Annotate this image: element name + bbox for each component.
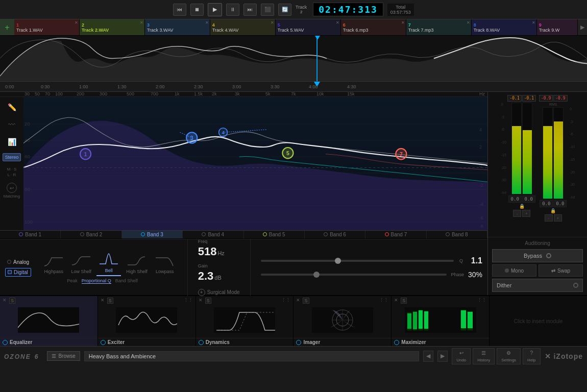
- band-2-power[interactable]: [80, 232, 84, 236]
- left-meter-minus[interactable]: -: [513, 210, 521, 217]
- imager-module-close[interactable]: ✕: [296, 298, 300, 303]
- track-tab-5[interactable]: ✕ 5 Track 5.WAV: [276, 19, 341, 35]
- timeline-ruler[interactable]: 0:00 0:30 1:00 1:30 2:00 2:30 3:00 3:30 …: [0, 82, 587, 92]
- imager-module-dots[interactable]: ⋮⋮: [379, 298, 388, 303]
- eq-module-power[interactable]: [3, 340, 8, 345]
- loop-button[interactable]: 🔄: [278, 4, 291, 16]
- band-tab-6[interactable]: Band 6: [305, 231, 365, 238]
- browse-button[interactable]: ☰ Browse: [47, 351, 80, 361]
- waveform-area[interactable]: [0, 36, 587, 82]
- dynamics-module-s-btn[interactable]: S: [205, 298, 211, 304]
- track-tab-9[interactable]: 9 Track 9.W: [537, 19, 578, 35]
- eq-curve-icon[interactable]: 〰: [4, 118, 20, 131]
- track-tab-3[interactable]: ✕ 3 Track 3.WAV: [145, 19, 210, 35]
- exciter-module-dots[interactable]: ⋮⋮: [184, 298, 193, 303]
- add-track-button[interactable]: +: [0, 19, 14, 35]
- spectrum-icon[interactable]: 📊: [4, 136, 20, 148]
- eq-graph[interactable]: 20 40 60 80 100 4 2 0 -2 -4 -6 -8: [23, 97, 487, 230]
- exciter-module[interactable]: ✕ S ⋮⋮ Exciter: [98, 296, 196, 346]
- tracks-scroll-right[interactable]: ▶: [578, 19, 587, 35]
- pencil-icon[interactable]: ✏️: [4, 101, 20, 113]
- close-tab-7[interactable]: ✕: [467, 20, 470, 25]
- dynamics-module-power[interactable]: [199, 340, 204, 345]
- mono-button[interactable]: Mono: [492, 264, 536, 277]
- band-tab-2[interactable]: Band 2: [61, 231, 121, 238]
- maximizer-module[interactable]: ✕ S ⋮⋮ Maximize: [392, 296, 490, 346]
- exciter-module-power[interactable]: [101, 340, 106, 345]
- track-tab-4[interactable]: ✕ 4 Track 4.WAV: [210, 19, 276, 35]
- imager-module-s-btn[interactable]: S: [303, 298, 309, 304]
- dynamics-module-dots[interactable]: ⋮⋮: [281, 298, 290, 303]
- left-meter-lock[interactable]: 🔒: [519, 204, 525, 209]
- track-tab-7[interactable]: ✕ 7 Track 7.mp3: [406, 19, 472, 35]
- phase-slider[interactable]: [261, 274, 447, 276]
- record-button[interactable]: ⬛: [261, 4, 274, 16]
- close-tab-8[interactable]: ✕: [532, 20, 535, 25]
- insert-module-placeholder[interactable]: Click to insert module: [490, 296, 587, 346]
- track-tab-2[interactable]: ✕ 2 Track 2.WAV: [80, 19, 145, 35]
- pause-button[interactable]: ⏸: [226, 4, 239, 16]
- play-button[interactable]: ▶: [208, 3, 222, 16]
- digital-button[interactable]: Digital: [5, 268, 31, 277]
- dither-button[interactable]: Dither: [492, 279, 583, 292]
- dynamics-module[interactable]: ✕ S ⋮⋮ Dynamics: [196, 296, 294, 346]
- band-7-power[interactable]: [385, 232, 389, 236]
- q-slider-thumb[interactable]: [335, 258, 341, 264]
- help-button[interactable]: ? Help: [523, 348, 540, 364]
- band-tab-1[interactable]: Band 1: [0, 231, 61, 238]
- q-slider[interactable]: [261, 260, 454, 262]
- equalizer-module[interactable]: ✕ S Equalizer: [0, 296, 98, 346]
- close-tab-4[interactable]: ✕: [271, 20, 274, 25]
- phase-slider-thumb[interactable]: [313, 272, 320, 278]
- track-tab-6[interactable]: ✕ 6 Track 6.mp3: [341, 19, 406, 35]
- imager-module[interactable]: ✕ S ⋮⋮ Imager: [294, 296, 392, 346]
- exciter-module-s-btn[interactable]: S: [107, 298, 113, 304]
- highpass-filter[interactable]: Highpass: [41, 252, 66, 276]
- band-5-power[interactable]: [263, 232, 267, 236]
- stop-button[interactable]: ⏹: [190, 4, 204, 16]
- track-tab-8[interactable]: ✕ 8 Track 8.WAV: [472, 19, 537, 35]
- band-3-power[interactable]: [141, 232, 145, 236]
- matching-button[interactable]: ↩ Matching: [4, 183, 20, 199]
- maximizer-module-power[interactable]: [394, 340, 399, 345]
- settings-button[interactable]: ⚙ Settings: [497, 348, 521, 364]
- band-6-power[interactable]: [324, 232, 328, 236]
- skip-forward-button[interactable]: ⏭: [243, 4, 257, 16]
- bypass-button[interactable]: Bypass: [492, 249, 583, 262]
- close-tab-1[interactable]: ✕: [75, 20, 78, 25]
- maximizer-module-dots[interactable]: ⋮⋮: [477, 298, 486, 303]
- left-meter-plus[interactable]: +: [522, 210, 530, 217]
- stereo-badge[interactable]: Stereo: [3, 153, 21, 161]
- preset-prev-button[interactable]: ◀: [423, 351, 433, 362]
- imager-module-power[interactable]: [296, 340, 301, 345]
- band-tab-3[interactable]: Band 3: [122, 231, 183, 238]
- band-tab-7[interactable]: Band 7: [365, 231, 426, 238]
- close-tab-6[interactable]: ✕: [401, 20, 405, 25]
- band-tab-8[interactable]: Band 8: [427, 231, 487, 238]
- peak-subtype[interactable]: Peak: [67, 278, 78, 284]
- proportional-q-subtype[interactable]: Proportional Q: [82, 278, 111, 284]
- band-tab-5[interactable]: Band 5: [244, 231, 305, 238]
- skip-back-button[interactable]: ⏮: [173, 4, 186, 16]
- band-tab-4[interactable]: Band 4: [183, 231, 243, 238]
- eq-module-s-btn[interactable]: S: [9, 298, 15, 304]
- lowpass-filter[interactable]: Lowpass: [153, 252, 177, 276]
- eq-module-close[interactable]: ✕: [3, 298, 7, 303]
- close-tab-2[interactable]: ✕: [140, 20, 143, 25]
- analog-button[interactable]: Analog: [5, 258, 31, 266]
- right-meter-minus[interactable]: -: [545, 214, 553, 222]
- preset-next-button[interactable]: ▶: [437, 351, 448, 362]
- close-tab-3[interactable]: ✕: [205, 20, 209, 25]
- close-tab-5[interactable]: ✕: [336, 20, 339, 25]
- band-4-power[interactable]: [202, 232, 206, 236]
- band-shelf-subtype[interactable]: Band Shelf: [115, 278, 138, 284]
- band-8-power[interactable]: [446, 232, 450, 236]
- bell-filter[interactable]: Bell: [96, 251, 121, 276]
- track-tab-1[interactable]: ✕ 1 Track 1.WAV: [14, 19, 80, 35]
- surgical-mode-toggle[interactable]: + Surgical Mode: [198, 289, 240, 296]
- maximizer-module-s-btn[interactable]: S: [401, 298, 407, 304]
- right-meter-lock[interactable]: 🔒: [550, 208, 556, 213]
- history-button[interactable]: ☰ History: [473, 348, 495, 364]
- band-1-power[interactable]: [19, 232, 23, 236]
- swap-button[interactable]: ⇄ Swap: [539, 264, 583, 277]
